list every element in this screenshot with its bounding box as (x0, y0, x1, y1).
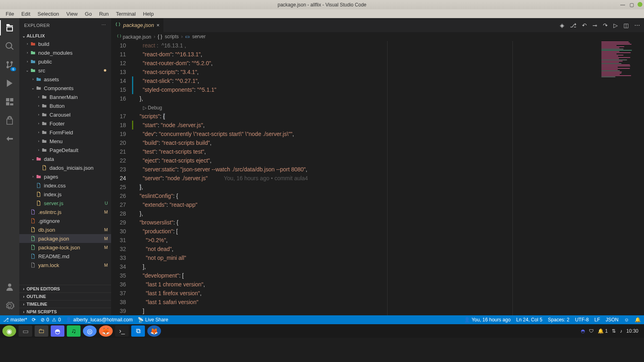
accounts-icon[interactable] (4, 282, 15, 293)
settings-gear-icon[interactable] (4, 300, 15, 311)
window-minimize-button[interactable]: — (620, 2, 625, 8)
spotify-icon[interactable]: ♫ (67, 325, 80, 337)
code-line[interactable]: "browserslist": { (136, 218, 644, 227)
code-line[interactable]: "start": "node ./server.js", (136, 121, 644, 130)
code-line[interactable]: "last 1 firefox version", (136, 289, 644, 298)
menu-view[interactable]: View (63, 10, 81, 18)
code-line[interactable]: "react-slick": "^0.27.1", (136, 76, 644, 85)
menu-run[interactable]: Run (96, 10, 112, 18)
code-line[interactable]: react : ^16.13.1 , (136, 41, 644, 50)
discord-icon[interactable]: ◓ (51, 325, 64, 337)
tree-item-build[interactable]: ›build (19, 39, 111, 48)
split-editor-icon[interactable]: ◫ (623, 22, 629, 29)
run-icon[interactable]: ▷ (613, 22, 618, 29)
tree-item-src[interactable]: ⌄src (19, 66, 111, 75)
tree-item-button[interactable]: ›Button (19, 101, 111, 110)
menu-edit[interactable]: Edit (18, 10, 33, 18)
prev-change-icon[interactable]: ↶ (582, 22, 587, 29)
code-line[interactable]: "react-dom": "^16.13.1", (136, 50, 644, 59)
tree-item--gitignore[interactable]: .gitignore (19, 216, 111, 225)
account-indicator[interactable]: 👤 alberty_lucas@hotmail.com (66, 317, 133, 323)
tree-item-yarn-lock[interactable]: yarn.lockM (19, 261, 111, 269)
search-icon[interactable] (4, 41, 15, 52)
chromium-icon[interactable]: ◎ (83, 325, 97, 337)
extensions-icon[interactable] (4, 96, 15, 107)
code-line[interactable]: }, (136, 209, 644, 218)
tray-shield-icon[interactable]: 🛡 (589, 328, 594, 334)
tree-item-pagedefault[interactable]: ›PageDefault (19, 146, 111, 154)
sidebar-section-npm-scripts[interactable]: ›NPM SCRIPTS (19, 308, 111, 315)
code-line[interactable]: "development": [ (136, 271, 644, 280)
breadcrumb-scripts[interactable]: { } scripts (158, 34, 179, 39)
tree-item-package-lock-json[interactable]: package-lock.jsonM (19, 243, 111, 252)
tab-package-json[interactable]: package.json × (111, 18, 164, 32)
sidebar-section-outline[interactable]: ›OUTLINE (19, 292, 111, 300)
tree-item-assets[interactable]: ›assets (19, 75, 111, 84)
code-line[interactable]: "scripts": { (136, 112, 644, 121)
menu-go[interactable]: Go (82, 10, 95, 18)
code-line[interactable]: "react-scripts": "3.4.1", (136, 68, 644, 76)
tree-item-node-modules[interactable]: ›node_modules (19, 48, 111, 57)
code-line[interactable]: }, (136, 183, 644, 191)
code-line[interactable]: ▷ Debug (136, 103, 644, 112)
next-change-icon[interactable]: ↷ (603, 22, 608, 29)
breadcrumb-package-json[interactable]: package.json (117, 34, 151, 40)
tree-item-dados-iniciais-json[interactable]: dados_iniciais.json (19, 163, 111, 172)
show-desktop-icon[interactable]: ▭ (19, 325, 32, 337)
tree-item-data[interactable]: ⌄data (19, 154, 111, 163)
code-line[interactable]: ], (136, 262, 644, 271)
tree-item-formfield[interactable]: ›FormField (19, 128, 111, 137)
tree-item-readme-md[interactable]: README.md (19, 252, 111, 261)
window-close-button[interactable] (638, 2, 642, 7)
code-editor[interactable]: 1011121314151617181920212223242526272829… (111, 41, 644, 315)
blame-indicator[interactable]: 👤 You, 16 hours ago (464, 317, 511, 323)
code-content[interactable]: react : ^16.13.1 , "react-dom": "^16.13.… (133, 41, 644, 315)
menu-selection[interactable]: Selection (34, 10, 62, 18)
code-line[interactable]: "last 1 chrome version", (136, 280, 644, 289)
code-line[interactable]: }, (136, 94, 644, 103)
code-line[interactable]: "dev": "concurrently \"react-scripts sta… (136, 130, 644, 138)
tree-item-server-js[interactable]: server.jsU (19, 199, 111, 208)
vscode-icon[interactable]: ⧉ (131, 325, 145, 337)
source-control-icon[interactable]: 6 (4, 59, 15, 70)
sidebar-section-timeline[interactable]: ›TIMELINE (19, 300, 111, 308)
code-line[interactable]: "last 1 safari version" (136, 298, 644, 306)
tree-item-carousel[interactable]: ›Carousel (19, 110, 111, 119)
tree-item-pages[interactable]: ›pages (19, 172, 111, 181)
liveshare-indicator[interactable]: 📡 Live Share (138, 317, 168, 323)
terminal-icon[interactable]: ›_ (115, 325, 129, 337)
firefox-icon[interactable]: 🦊 (99, 325, 113, 337)
menu-terminal[interactable]: Terminal (113, 10, 139, 18)
eol-indicator[interactable]: LF (594, 317, 600, 323)
indentation-indicator[interactable]: Spaces: 2 (548, 317, 569, 323)
tree-item-bannermain[interactable]: ›BannerMain (19, 93, 111, 101)
code-line[interactable]: "test": "react-scripts test", (136, 147, 644, 156)
code-line[interactable]: "eslintConfig": { (136, 191, 644, 200)
code-line[interactable]: "not op_mini all" (136, 253, 644, 262)
code-line[interactable]: "build": "react-scripts build", (136, 138, 644, 147)
tree-item-package-json[interactable]: package.jsonM (19, 234, 111, 243)
tree-item-components[interactable]: ⌄Components (19, 84, 111, 93)
language-indicator[interactable]: JSON (606, 317, 619, 323)
tree-item--eslintrc-js[interactable]: .eslintrc.jsM (19, 208, 111, 216)
sidebar-section-open-editors[interactable]: ›OPEN EDITORS (19, 285, 111, 292)
code-line[interactable]: "server:static": "json-server --watch ./… (136, 165, 644, 174)
breadcrumb[interactable]: package.json›{ } scripts›▭ server (111, 32, 644, 41)
notifications-icon[interactable]: 🔔 (635, 317, 641, 323)
tray-discord-icon[interactable]: ◓ (581, 328, 585, 334)
tab-close-icon[interactable]: × (157, 22, 160, 28)
menu-file[interactable]: File (2, 10, 17, 18)
breadcrumb-server[interactable]: ▭ server (185, 34, 206, 39)
sidebar-root-toggle[interactable]: ⌄ALLFLIX (19, 32, 111, 39)
tree-item-index-js[interactable]: index.js (19, 190, 111, 199)
code-line[interactable]: ] (136, 306, 644, 315)
minimap[interactable] (600, 41, 644, 315)
gitlens-icon[interactable] (4, 133, 15, 144)
code-line[interactable]: "react-router-dom": "^5.2.0", (136, 59, 644, 68)
gitlens-toggle-icon[interactable]: ◈ (560, 22, 564, 29)
sidebar-more-icon[interactable]: ⋯ (101, 23, 106, 28)
branch-indicator[interactable]: ⎇ master* (3, 317, 27, 323)
tree-item-public[interactable]: ›public (19, 57, 111, 66)
editor-more-icon[interactable]: ⋯ (634, 22, 640, 29)
tray-network-icon[interactable]: ⇅ (612, 328, 616, 334)
